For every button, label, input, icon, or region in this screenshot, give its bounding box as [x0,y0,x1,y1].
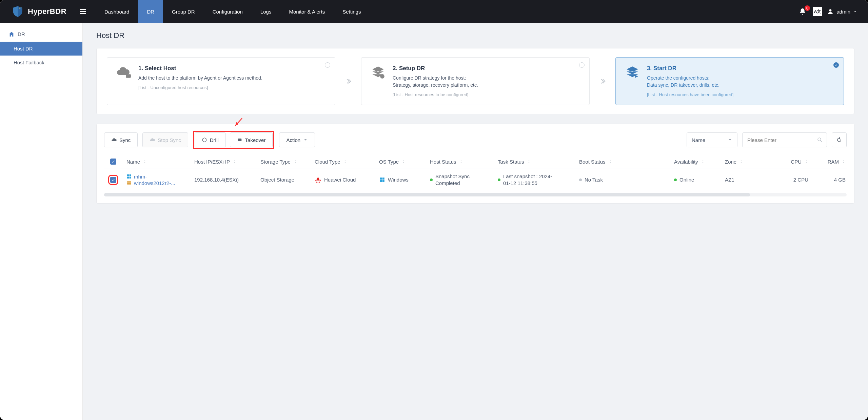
chevron-down-icon [728,138,732,142]
svg-point-5 [829,9,832,12]
svg-rect-22 [382,177,384,180]
refresh-icon [836,137,842,143]
nav-item-monitor-alerts[interactable]: Monitor & Alerts [280,0,334,23]
server-small-icon [126,180,132,186]
th-cpu[interactable]: CPU [791,159,802,165]
th-availability[interactable]: Availability [674,159,698,165]
step-arrow-icon [343,57,354,105]
sidebar-group-label: DR [18,31,25,37]
nav-item-configuration[interactable]: Configuration [204,0,252,23]
step-desc: Configure DR strategy for the host:Strat… [393,75,580,89]
svg-rect-24 [382,180,384,182]
th-os-type[interactable]: OS Type [379,159,399,165]
drill-button[interactable]: Drill [195,132,226,147]
cell-availability: Online [670,177,721,183]
main-content: Host DR 1. Select Host Add the host to t… [83,23,868,420]
nav-item-logs[interactable]: Logs [252,0,280,23]
user-name: admin [836,9,850,15]
step-status-icon [579,62,585,68]
sidebar-item-host-dr[interactable]: Host DR [0,42,82,56]
svg-line-14 [821,141,822,142]
search-icon [817,137,823,143]
svg-rect-16 [130,174,131,176]
th-host-ip[interactable]: Host IP/ESXi IP [194,159,230,165]
cell-boot-status: No Task [575,177,670,183]
scrollbar-thumb[interactable] [104,193,750,196]
nav-item-dashboard[interactable]: Dashboard [96,0,138,23]
user-menu[interactable]: admin [827,8,857,15]
nav-items: DashboardDRGroup DRConfigurationLogsMoni… [96,0,370,23]
nav-item-group-dr[interactable]: Group DR [163,0,204,23]
step-desc: Operate the configured hosts:Data sync, … [647,75,835,89]
svg-point-13 [818,138,821,141]
action-dropdown[interactable]: Action [279,132,315,147]
language-toggle[interactable]: A文 [813,7,822,16]
search-type-select[interactable]: Name [687,132,737,147]
huawei-icon [315,176,321,183]
cell-os-type: Windows [375,177,426,183]
th-boot-status[interactable]: Boot Status [579,159,606,165]
cloud-icon [111,137,117,143]
cloud-off-icon [150,137,155,143]
sync-button[interactable]: Sync [104,132,138,147]
step-title: 2. Setup DR [393,65,580,72]
svg-line-10 [235,118,242,126]
step-icon [370,65,386,81]
takeover-button[interactable]: Takeover [230,132,273,147]
svg-rect-20 [127,183,131,185]
host-name-link[interactable]: mhm- windows2012r2-... [126,174,186,186]
svg-marker-8 [635,75,638,78]
stop-sync-button: Stop Sync [142,132,188,147]
svg-rect-6 [126,74,131,78]
chevron-down-icon [303,138,308,142]
svg-rect-17 [127,177,129,178]
status-dot-icon [498,178,500,181]
th-name[interactable]: Name [126,159,140,165]
step-3[interactable]: 3. Start DR Operate the configured hosts… [615,57,844,105]
cell-cloud-type: Huawei Cloud [311,176,375,183]
cell-task-status: Last snapshot : 2024-01-12 11:38:55 [494,173,575,186]
th-cloud-type[interactable]: Cloud Type [315,159,340,165]
cell-cpu: 2 CPU [775,177,812,183]
menu-toggle-icon[interactable] [75,0,91,23]
search-input[interactable] [742,132,827,147]
building-icon [9,31,14,37]
toolbar: Sync Stop Sync [104,131,847,149]
top-nav: HyperBDR DashboardDRGroup DRConfiguratio… [0,0,868,23]
th-ram[interactable]: RAM [828,159,839,165]
nav-item-dr[interactable]: DR [138,0,163,23]
step-arrow-icon [597,57,608,105]
cell-ram: 4 GB [812,177,847,183]
svg-point-0 [19,7,20,8]
nav-item-settings[interactable]: Settings [334,0,370,23]
step-title: 3. Start DR [647,65,835,72]
svg-rect-18 [130,177,131,178]
svg-marker-11 [235,122,238,126]
step-1[interactable]: 1. Select Host Add the host to the platf… [107,57,335,105]
th-task-status[interactable]: Task Status [498,159,524,165]
row-checkbox[interactable] [110,177,116,183]
notification-count: 0 [805,5,810,11]
svg-rect-19 [127,181,131,183]
svg-rect-15 [127,174,129,176]
th-zone[interactable]: Zone [725,159,736,165]
th-storage-type[interactable]: Storage Type [260,159,291,165]
windows-icon [379,177,385,183]
step-list-hint: [List - Unconfigured host resources] [138,85,326,90]
cell-storage-type: Object Storage [256,177,311,183]
step-2[interactable]: 2. Setup DR Configure DR strategy for th… [361,57,590,105]
svg-rect-21 [380,177,382,180]
horizontal-scrollbar[interactable] [104,193,847,196]
th-host-status[interactable]: Host Status [430,159,456,165]
select-all-checkbox[interactable] [110,159,116,165]
refresh-button[interactable] [832,132,847,147]
brand: HyperBDR [0,0,75,23]
sidebar-item-host-failback[interactable]: Host Failback [0,56,82,69]
notification-bell-icon[interactable]: 0 [797,6,808,17]
brand-name: HyperBDR [28,7,66,16]
svg-rect-23 [380,180,382,182]
user-avatar-icon [827,8,834,15]
caret-down-icon [853,9,857,14]
windows-small-icon [126,174,132,179]
step-title: 1. Select Host [138,65,326,72]
